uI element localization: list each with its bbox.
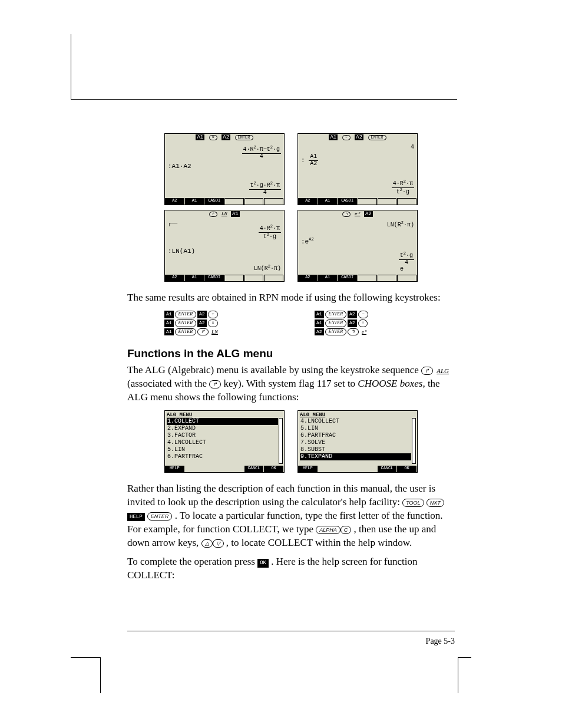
page-content: A1 × A2 ENTER :A1·A2 4·R2·π−t2·g4 t2·g·R… [127, 133, 455, 588]
help-facility-para: Rather than listing the description of e… [127, 482, 455, 550]
crop-mark-top [71, 34, 457, 100]
calc-screen-exp: ↰ eˣ A2 :eA2 LN(R2·π) t2·g4e A2A1CASDI [297, 210, 418, 282]
rpn-keystroke-table: A1ENTERA2+ A1ENTERA2− A1ENTERA2× A1ENTER… [164, 311, 418, 335]
alg-menu-screenshots: ALG MENU 1.COLLECT2.EXPAND3.FACTOR4.LNCO… [164, 410, 418, 473]
enter-key-icon: ENTER [147, 512, 173, 521]
calc-screen-div: A1 ÷ A2 ENTER : A1A2 4 4·R2·πt2·g A2A1CA… [297, 133, 418, 205]
tool-key-icon: TOOL [402, 499, 424, 507]
complete-op-para: To complete the operation press OK . Her… [127, 555, 455, 582]
page-number: Page 5-3 [426, 637, 455, 646]
alpha-key-icon: ALPHA [316, 526, 340, 534]
c-key-icon: C [340, 526, 352, 534]
down-arrow-key-icon: ▽ [213, 539, 224, 548]
help-softkey-icon: HELP [127, 513, 145, 521]
nxt-key-icon: NXT [427, 499, 444, 507]
calc-screenshot-grid: A1 × A2 ENTER :A1·A2 4·R2·π−t2·g4 t2·g·R… [164, 133, 418, 282]
alg-menu-right: ALG MENU 4.LNCOLLECT5.LIN6.PARTFRAC7.SOL… [297, 410, 418, 473]
section-heading: Functions in the ALG menu [127, 346, 455, 361]
alg-key-label: ALG [435, 367, 450, 374]
alg-menu-left: ALG MENU 1.COLLECT2.EXPAND3.FACTOR4.LNCO… [164, 410, 285, 473]
up-arrow-key-icon: △ [201, 539, 213, 548]
ok-softkey-icon: OK [257, 559, 269, 567]
rpn-intro-text: The same results are obtained in RPN mod… [127, 291, 455, 305]
right-shift-key-icon: ↱ [209, 380, 221, 388]
right-shift-key-icon: ↱ [421, 367, 433, 375]
footer-rule [127, 631, 455, 631]
calc-screen-mul: A1 × A2 ENTER :A1·A2 4·R2·π−t2·g4 t2·g·R… [164, 133, 285, 205]
crop-mark-bl [71, 657, 101, 693]
alg-intro-para: The ALG (Algebraic) menu is available by… [127, 364, 455, 404]
crop-mark-br [458, 657, 471, 693]
calc-screen-ln: ↱ LN A1 ┌── :LN(A1) 4·R2·πt2·g LN(R2·π) … [164, 210, 285, 282]
